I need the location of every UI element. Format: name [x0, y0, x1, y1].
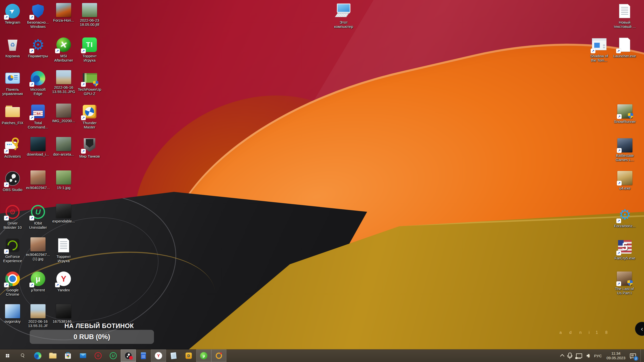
desktop-icon-torrent-igruha[interactable]: TIТоррентИгруха [75, 37, 104, 62]
icon-label: µTorrent [31, 288, 45, 292]
search-icon [19, 352, 27, 360]
watermark-letter: n [579, 330, 582, 335]
numbered-file-icon [56, 304, 71, 318]
icon-label: Мир Танков [79, 154, 100, 158]
taskbar-yandex-browser-button[interactable]: Y [151, 349, 166, 362]
desktop-icon-geforce-experience[interactable]: GeForceExperience [0, 237, 27, 263]
clock[interactable]: 11:34 09.05.2023 [607, 349, 625, 362]
desktop-icon-thunder-master[interactable]: ThunderMaster [75, 104, 104, 129]
icon-label: Этоткомпьютер [334, 20, 353, 29]
expendable-poster-icon [56, 204, 71, 218]
desktop-icon-ec-photo-copy[interactable]: ec90402947...(1).jpg [24, 237, 52, 261]
desktop-icon-this-pc[interactable]: Этоткомпьютер [330, 3, 358, 29]
desktop-icon-total-commander[interactable]: 64TotalCommand... [24, 104, 52, 129]
desktop-icon-expendable-poster[interactable]: expendable... [50, 204, 78, 223]
taskbar-iobit-uninstaller-button[interactable]: U [106, 349, 121, 362]
hidden-icons-button[interactable] [561, 349, 564, 362]
desktop-icon-msi-afterburner[interactable]: MSIAfterburner [50, 37, 78, 62]
utorrent-icon: µ [30, 271, 46, 287]
taskbar-obs-studio-button[interactable] [121, 349, 136, 362]
desktop-icon-forza-photo[interactable]: Forza-Hori... [50, 3, 78, 22]
desktop-icon-activators[interactable]: •••Activators [0, 137, 27, 158]
watermark-letter: i [589, 330, 590, 335]
desktop-icon-ovgorskiy[interactable]: ovgorskiy [0, 304, 27, 324]
icon-label: ovgorskiy [5, 319, 20, 324]
desktop-icon-launcher-exe[interactable]: Launcher.exe [611, 37, 639, 58]
shortcut-arrow-icon [617, 181, 622, 186]
taskbar-daemon-tools-button[interactable]: D [181, 349, 196, 362]
desktop-icon-windows-security[interactable]: Безопасно...Windows [24, 3, 52, 29]
desktop-icon-ec-photo[interactable]: ec90402947... [24, 170, 52, 190]
desktop-icon-google-chrome[interactable]: GoogleChrome [0, 271, 27, 296]
icon-label: TotalCommand... [28, 121, 48, 129]
desktop-icon-patches-fix-folder[interactable]: Patches_FIX [0, 104, 27, 125]
icon-label: IMG_20200... [52, 119, 75, 123]
desktop-icon-battlestate-games[interactable]: BattlestateGames L... [611, 138, 639, 162]
taskbar-notepad-button[interactable] [166, 349, 181, 362]
desktop-icon-photo-jfif[interactable]: 2022-06-2318.05.00.jfif [75, 3, 104, 27]
desktop-icon-iobit-uninstaller[interactable]: UIObitUninstaller [24, 204, 52, 230]
taskbar-microsoft-store-button[interactable] [60, 349, 75, 362]
gpu-z-icon [82, 70, 98, 86]
desktop-icon-beach-photo-jpg[interactable]: 2022-06-1613.55.31.JPG [50, 70, 78, 94]
desktop-icon-snowrunner[interactable]: SnowRunner [611, 104, 639, 124]
action-center-button[interactable]: 2 [630, 349, 636, 362]
desktop-icon-don-arceta-photo[interactable]: don-arceta... [50, 137, 78, 156]
desktop-icon-world-of-tanks[interactable]: Мир Танков [75, 137, 104, 158]
taskbar-start-button[interactable] [0, 349, 15, 362]
desktop-icon-img-photo[interactable]: IMG_20200... [50, 104, 78, 123]
desktop-icon-recycle-bin[interactable]: Корзина [0, 37, 27, 58]
shortcut-arrow-icon [591, 49, 595, 53]
desktop-icon-u4-exe[interactable]: u4.exe [611, 171, 639, 190]
desktop-icon-photo-15-1[interactable]: 15-1.jpg [50, 170, 78, 190]
desktop-icon-obs-studio[interactable]: OBS Studio [0, 170, 27, 192]
language-indicator[interactable]: РУС [594, 349, 602, 362]
taskbar-gold-ring-app-button[interactable] [211, 349, 226, 362]
icon-label: Новыйтекстовый ... [614, 20, 636, 29]
taskbar-file-explorer-button[interactable] [45, 349, 60, 362]
desktop-icon-the-last-of-us[interactable]: The Last ofUs Part I [610, 272, 638, 295]
volume-tray-icon[interactable]: )) [587, 349, 589, 362]
desktop-icon-gpu-z[interactable]: TechPowerUpGPU-Z [75, 70, 104, 96]
desktop-icon-control-panel[interactable]: Панельуправления [0, 70, 27, 96]
desktop-icon-beach-photo-jf[interactable]: 2022-06-1613.55.31.JF [24, 304, 52, 328]
desktop-icon-numbered-file[interactable]: 167538146... [50, 304, 78, 324]
taskbar: UYDµ )) РУС 11:34 09.05.2023 2 [0, 349, 644, 362]
watermark-letter: 8 [605, 330, 608, 335]
total-commander-glyph: 64 [36, 112, 41, 116]
desktop-icon-torrent-igruha-file[interactable]: ТоррентИгруха [50, 237, 78, 263]
desktop-icon-telegram[interactable]: Telegram [0, 3, 27, 24]
taskbar-utorrent-button[interactable]: µ [196, 349, 211, 362]
desktop-icon-shadow-of-the-tomb[interactable]: Shadow ofthe Tom... [585, 37, 613, 62]
windows-security-icon [30, 3, 46, 19]
iobit-uninstaller-glyph: U [35, 208, 41, 216]
desktop-icon-yandex-browser[interactable]: YYandex [50, 271, 78, 292]
microphone-tray-icon[interactable] [568, 349, 572, 362]
desktop-icon-new-text-document[interactable]: Новыйтекстовый ... [611, 3, 639, 29]
icon-label: Patches_FIX [2, 121, 23, 125]
shortcut-arrow-icon [617, 114, 622, 119]
desktop-icon-download-image[interactable]: download_i... [24, 137, 52, 156]
desktop-icon-utorrent[interactable]: µµTorrent [24, 271, 52, 292]
shortcut-arrow-icon [29, 15, 34, 20]
taskbar-search-button[interactable] [15, 349, 30, 362]
icon-label: 2022-06-1613.55.31.JF [28, 319, 48, 328]
torrent-igruha-file-icon [56, 237, 72, 253]
desktop-icon-driver-booster[interactable]: DriverBooster 10 [0, 204, 27, 230]
show-desktop-button[interactable] [640, 349, 642, 362]
msi-afterburner-icon [56, 37, 72, 53]
taskbar-edge-button[interactable] [30, 349, 45, 362]
network-tray-icon[interactable] [576, 349, 582, 362]
taskbar-mail-button[interactable] [75, 349, 91, 362]
desktop-icon-settings[interactable]: Параметры [24, 37, 52, 58]
desktop-icon-microsoft-edge[interactable]: MicrosoftEdge [24, 70, 52, 96]
yandex-browser-icon: Y [56, 271, 72, 287]
taskbar-calculator-button[interactable] [136, 349, 151, 362]
ec-photo-icon [30, 170, 46, 185]
taskbar-driver-booster-button[interactable] [91, 349, 106, 362]
utorrent-glyph: µ [203, 353, 205, 358]
chevron-left-icon: ‹ [641, 325, 643, 333]
desktop-icon-forza-horizon[interactable]: ForzaHoriz... [611, 207, 639, 228]
desktop-icon-farcry5-exe[interactable]: 5FarCry5.exe [611, 239, 639, 260]
recording-dot-icon [129, 356, 133, 360]
